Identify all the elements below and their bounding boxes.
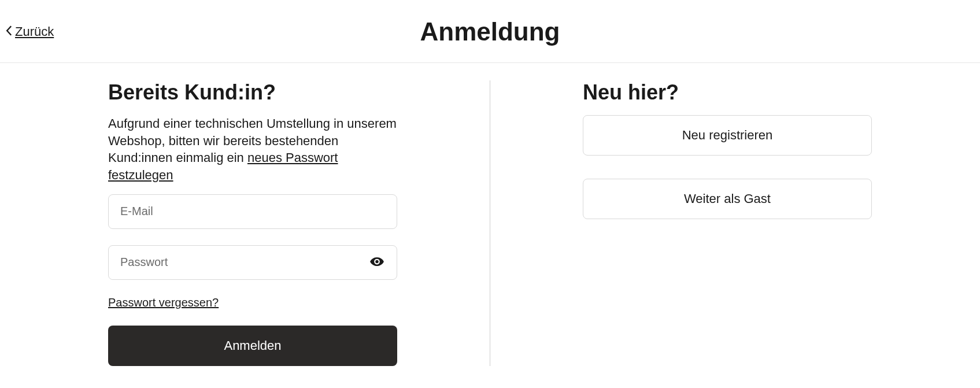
page-title: Anmeldung [420,17,560,46]
register-column: Neu hier? Neu registrieren Weiter als Ga… [490,80,980,366]
toggle-password-visibility-button[interactable] [366,250,388,274]
guest-checkout-button[interactable]: Weiter als Gast [583,179,872,219]
page-header: Zurück Anmeldung [0,0,980,63]
email-field-wrap [108,194,397,229]
content: Bereits Kund:in? Aufgrund einer technisc… [0,63,980,383]
back-link[interactable]: Zurück [6,24,54,39]
eye-icon [369,262,384,271]
login-column: Bereits Kund:in? Aufgrund einer technisc… [0,80,490,366]
back-link-label: Zurück [15,24,54,39]
chevron-left-icon [6,24,13,39]
password-field-wrap [108,245,397,280]
register-button[interactable]: Neu registrieren [583,115,872,156]
password-field[interactable] [108,245,397,280]
login-notice: Aufgrund einer technischen Umstellung in… [108,115,397,184]
login-button[interactable]: Anmelden [108,326,397,366]
login-heading: Bereits Kund:in? [108,80,397,105]
email-field[interactable] [108,194,397,229]
register-heading: Neu hier? [583,80,872,105]
forgot-password-link[interactable]: Passwort vergessen? [108,296,219,309]
